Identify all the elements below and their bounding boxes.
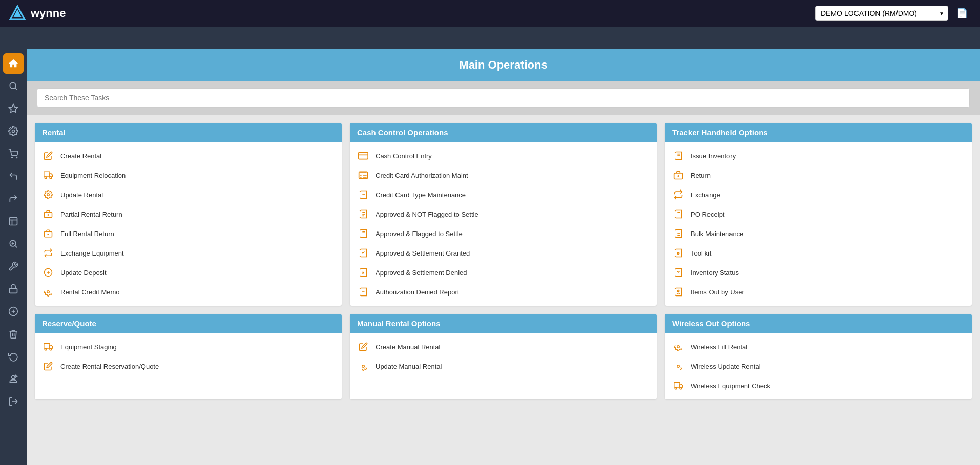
list-item[interactable]: Approved & Flagged to Settle: [350, 224, 657, 243]
sidebar-item-cart[interactable]: [3, 143, 24, 164]
sidebar-item-reports[interactable]: [3, 211, 24, 231]
inventory-status-icon: [672, 266, 684, 279]
panels-grid-top: Rental Create Rental Equipment Relocatio…: [27, 115, 980, 314]
list-item[interactable]: Update Manual Rental: [350, 356, 657, 376]
sidebar-item-admin[interactable]: [3, 369, 24, 389]
list-item[interactable]: Equipment Staging: [35, 337, 342, 356]
sidebar-item-favorites[interactable]: [3, 98, 24, 119]
svg-point-68: [675, 387, 677, 389]
list-item[interactable]: Credit Card Type Maintenance: [350, 185, 657, 204]
location-selector-wrapper[interactable]: DEMO LOCATION (RM/DMO): [815, 6, 948, 21]
sidebar-item-logout[interactable]: [3, 391, 24, 412]
list-item[interactable]: Equipment Relocation: [35, 165, 342, 185]
sidebar-item-tools[interactable]: [3, 256, 24, 277]
list-item[interactable]: Create Rental Reservation/Quote: [35, 356, 342, 376]
list-item[interactable]: Rental Credit Memo: [35, 282, 342, 302]
panels-grid-bottom: Reserve/Quote Equipment Staging Create R…: [27, 314, 980, 408]
item-label: Exchange Equipment: [60, 249, 124, 257]
search-bar-container: [27, 81, 980, 115]
item-label: Items Out by User: [691, 288, 744, 296]
item-label: Credit Card Authorization Maint: [376, 172, 468, 179]
settlement-granted-icon: [357, 247, 369, 259]
expired-card-icon: [357, 305, 369, 306]
list-item[interactable]: Update Deposit: [35, 263, 342, 282]
star-icon: [8, 103, 18, 114]
sidebar-item-return[interactable]: [3, 166, 24, 186]
list-item[interactable]: Approved & Settlement Granted: [350, 243, 657, 263]
list-item[interactable]: Wireless Update Rental: [665, 356, 972, 376]
sidebar-item-forward[interactable]: [3, 188, 24, 209]
item-label: PO Receipt: [691, 210, 724, 218]
list-item[interactable]: Consolidated Return: [35, 302, 342, 306]
svg-point-63: [362, 365, 365, 368]
svg-rect-59: [44, 343, 50, 348]
svg-rect-8: [10, 218, 17, 225]
tracker-panel: Tracker Handheld Options Issue Inventory…: [665, 123, 972, 306]
list-item[interactable]: Expired Card Report: [350, 302, 657, 306]
location-select[interactable]: DEMO LOCATION (RM/DMO): [815, 6, 948, 21]
item-label: Return: [691, 172, 711, 179]
item-label: Update Manual Rental: [376, 363, 442, 370]
svg-rect-37: [359, 152, 368, 159]
wynne-logo-icon: [8, 4, 27, 23]
create-manual-rental-icon: [357, 341, 369, 353]
search-input[interactable]: [37, 88, 970, 108]
sidebar-item-lookup[interactable]: [3, 234, 24, 254]
sidebar-item-delete[interactable]: [3, 324, 24, 344]
svg-point-23: [45, 177, 47, 179]
sidebar-item-settings[interactable]: [3, 121, 24, 141]
list-item[interactable]: Create Rental: [35, 146, 342, 165]
exchange-icon: [42, 247, 54, 259]
topbar-right: DEMO LOCATION (RM/DMO) 📄: [815, 6, 972, 21]
logout-icon: [8, 396, 18, 407]
create-reservation-icon: [42, 360, 54, 372]
sidebar-item-add[interactable]: [3, 301, 24, 322]
list-item[interactable]: Approved & Settlement Denied: [350, 263, 657, 282]
approved-flagged-icon: [357, 227, 369, 240]
wireless-out-panel-body: Wireless Fill Rental Wireless Update Ren…: [665, 333, 972, 399]
list-item[interactable]: Issue Inventory: [665, 146, 972, 165]
list-item[interactable]: Approved & NOT Flagged to Settle: [350, 204, 657, 224]
logo-text: wynne: [31, 7, 66, 20]
sidebar-item-lock[interactable]: [3, 279, 24, 299]
svg-point-58: [677, 290, 679, 292]
list-item[interactable]: Credit Card Authorization Maint: [350, 165, 657, 185]
list-item[interactable]: Wireless Fill Rental: [665, 337, 972, 356]
list-item[interactable]: Exchange Equipment: [35, 243, 342, 263]
list-item[interactable]: Items Out by User: [665, 282, 972, 302]
reserve-quote-panel-header: Reserve/Quote: [35, 314, 342, 333]
list-item[interactable]: Authorization Denied Report: [350, 282, 657, 302]
list-item[interactable]: Tool kit: [665, 243, 972, 263]
list-item[interactable]: Exchange: [665, 185, 972, 204]
list-item[interactable]: Update Rental: [35, 185, 342, 204]
sidebar-item-refresh[interactable]: [3, 346, 24, 367]
sidebar-item-search[interactable]: [3, 76, 24, 96]
issue-inventory-icon: [672, 150, 684, 162]
svg-marker-22: [50, 174, 52, 177]
svg-marker-4: [9, 104, 18, 113]
svg-point-35: [47, 291, 50, 293]
document-button[interactable]: 📄: [952, 6, 972, 21]
items-out-user-icon: [672, 286, 684, 298]
svg-line-12: [15, 246, 17, 248]
list-item[interactable]: Inventory Status: [665, 263, 972, 282]
item-label: Tool kit: [691, 249, 711, 257]
svg-rect-21: [44, 172, 50, 177]
sidebar-item-home[interactable]: [3, 53, 24, 74]
list-item[interactable]: Wireless Equipment Check: [665, 376, 972, 395]
manual-rental-panel-header: Manual Rental Options: [350, 314, 657, 333]
list-item[interactable]: Partial Rental Return: [35, 204, 342, 224]
deposit-icon: [42, 266, 54, 279]
list-item[interactable]: Create Manual Rental: [350, 337, 657, 356]
settlement-denied-icon: [357, 266, 369, 279]
item-label: Credit Card Type Maintenance: [376, 191, 466, 199]
list-item[interactable]: Bulk Maintenance: [665, 224, 972, 243]
trash-icon: [8, 329, 18, 339]
list-item[interactable]: PO Receipt: [665, 204, 972, 224]
truck-icon: [42, 169, 54, 181]
list-item[interactable]: Return: [665, 165, 972, 185]
list-item[interactable]: Full Rental Return: [35, 224, 342, 243]
svg-point-7: [16, 157, 17, 158]
toolkit-icon: [672, 247, 684, 259]
list-item[interactable]: Cash Control Entry: [350, 146, 657, 165]
